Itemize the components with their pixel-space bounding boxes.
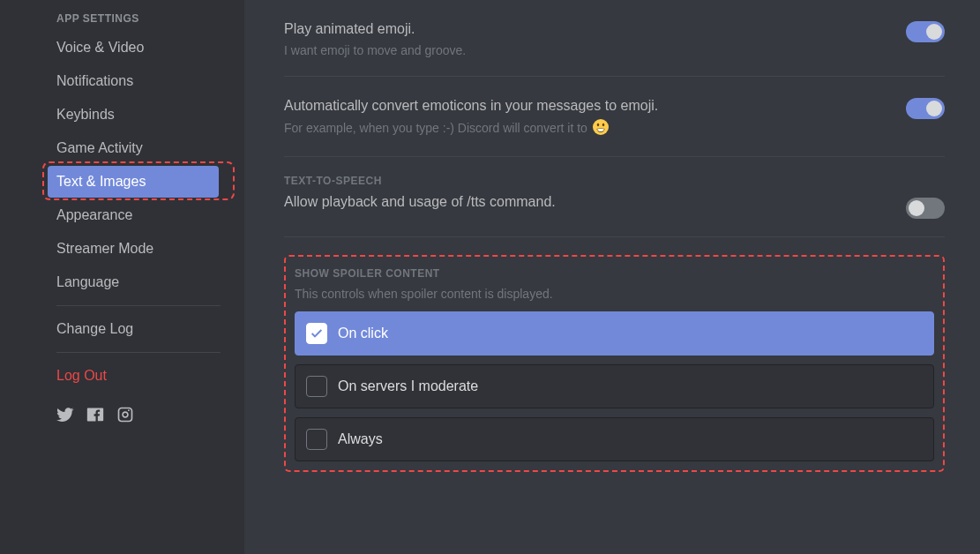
svg-point-0 [593,119,609,135]
checkbox-icon [306,429,327,450]
sidebar-item-logout[interactable]: Log Out [48,360,219,392]
spoiler-option-servers-moderate[interactable]: On servers I moderate [295,364,934,408]
spoiler-option-always[interactable]: Always [295,417,934,461]
spoiler-option-on-click[interactable]: On click [295,311,934,356]
setting-autoconvert-desc: For example, when you type :-) Discord w… [284,119,888,138]
checkbox-icon [306,376,327,397]
spoiler-option-label: On click [338,326,388,341]
sidebar-item-language[interactable]: Language [48,266,219,298]
setting-animated-emoji-desc: I want emoji to move and groove. [284,42,888,58]
checkbox-icon [306,323,327,344]
setting-animated-emoji-title: Play animated emoji. [284,21,888,37]
sidebar-item-streamer-mode[interactable]: Streamer Mode [48,233,219,265]
sidebar-divider [56,305,221,306]
twitter-icon[interactable] [56,406,74,427]
spoiler-option-label: On servers I moderate [338,378,478,394]
spoiler-desc: This controls when spoiler content is di… [295,287,934,301]
toggle-tts[interactable] [906,198,945,219]
sidebar-item-keybinds[interactable]: Keybinds [48,99,219,131]
sidebar-header-app-settings: APP SETTINGS [0,12,244,32]
social-links [0,393,244,427]
grin-emoji-icon [593,119,609,138]
setting-tts-title: Allow playback and usage of /tts command… [284,194,556,210]
spoiler-header: SHOW SPOILER CONTENT [295,267,934,280]
sidebar-divider [56,352,221,353]
sidebar-item-text-images[interactable]: Text & Images [48,166,219,198]
settings-sidebar: APP SETTINGS Voice & Video Notifications… [0,0,244,554]
sidebar-item-game-activity[interactable]: Game Activity [48,132,219,164]
spoiler-settings-block: SHOW SPOILER CONTENT This controls when … [284,255,945,472]
toggle-autoconvert[interactable] [906,98,945,119]
sidebar-item-change-log[interactable]: Change Log [48,313,219,345]
spoiler-option-label: Always [338,431,383,447]
sidebar-item-appearance[interactable]: Appearance [48,199,219,231]
toggle-animated-emoji[interactable] [906,21,945,42]
setting-autoconvert-title: Automatically convert emoticons in your … [284,98,888,114]
sidebar-item-voice-video[interactable]: Voice & Video [48,32,219,64]
section-divider [284,236,945,237]
sidebar-item-notifications[interactable]: Notifications [48,65,219,97]
instagram-icon[interactable] [116,406,134,427]
settings-content: Play animated emoji. I want emoji to mov… [244,0,980,554]
facebook-icon[interactable] [86,406,104,427]
svg-point-1 [597,124,600,127]
svg-point-2 [602,124,605,127]
tts-header: TEXT-TO-SPEECH [284,175,945,187]
